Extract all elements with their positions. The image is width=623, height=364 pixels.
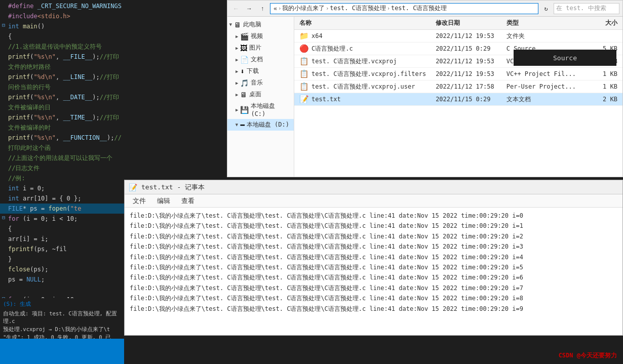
gutter-icon: ⊟ (0, 21, 7, 29)
code-content: //1.这些就是传说中的预定义符号 (7, 42, 124, 52)
tree-item-video[interactable]: ▶ 🎬 视频 (227, 30, 294, 42)
breadcrumb: « › 我的小绿点来了 › test. C语言预处理 › test. C语言预处… (274, 4, 447, 13)
tree-item-downloads[interactable]: ▶ ⬇ 下载 (227, 65, 294, 77)
expand-arrow-icon: ▶ (236, 107, 238, 112)
file-row[interactable]: 📋 test. C语言预处理.vcxproj.filters 2022/11/1… (294, 68, 622, 80)
file-name: test. C语言预处理.vcxproj (312, 57, 397, 66)
tree-label: 本地磁盘 (D:) (247, 120, 289, 129)
tree-item-music[interactable]: ▶ 🎵 音乐 (227, 77, 294, 89)
col-header-name: 名称 (294, 19, 436, 27)
tree-item-computer[interactable]: ▶ 🖥 此电脑 (227, 19, 294, 30)
menu-edit[interactable]: 编辑 (152, 195, 175, 207)
code-line: printf("%s\n", __TIME__);//打印文件被编译的时 (0, 112, 124, 133)
tree-item-drive-c[interactable]: ▶ 💾 本地磁盘 (C:) (227, 100, 294, 119)
csdn-watermark: CSDN @今天还要努力 (559, 351, 617, 360)
code-content: { (7, 31, 124, 42)
notepad-line: file:D:\我的小绿点来了\test. C语言预处理\test. C语言预处… (130, 211, 617, 221)
file-name: test. C语言预处理.vcxproj.filters (312, 70, 426, 78)
file-cell-type: 文本文档 (507, 95, 587, 104)
up-button[interactable]: ↑ (257, 3, 268, 14)
tree-label: 此电脑 (243, 20, 261, 29)
nav-tree: ▶ 🖥 此电脑 ▶ 🎬 视频 ▶ 🖼 图片 ▶ 📄 文档 ▶ ⬇ (227, 17, 294, 177)
code-line: printf("%d\n", __LINE__);//打印问价当前的行号 (0, 72, 124, 92)
notepad-line: file:D:\我的小绿点来了\test. C语言预处理\test. C语言预处… (130, 221, 617, 231)
file-cell-type: 文件夹 (507, 32, 587, 41)
tree-item-drive-d[interactable]: ▶ ━ 本地磁盘 (D:) (227, 119, 294, 131)
refresh-button[interactable]: ↻ (540, 3, 552, 14)
address-bar[interactable]: « › 我的小绿点来了 › test. C语言预处理 › test. C语言预处… (270, 3, 538, 14)
code-line: //上面这个的用法就是可以让我写一个 (0, 153, 124, 163)
file-cell-name: 📝 test.txt (294, 95, 436, 104)
output-line: 理.c (3, 317, 121, 326)
file-name: test.txt (312, 96, 341, 103)
file-name: C语言预处理.c (312, 45, 353, 53)
code-content: printf("%s\n", __DATE__);//打印文件被编译的日 (7, 92, 124, 112)
file-row[interactable]: 📋 test. C语言预处理.vcxproj.user 2022/11/12 1… (294, 80, 622, 93)
vcxproj-filters-icon: 📋 (299, 69, 309, 78)
file-cell-size: 1 KB (587, 83, 622, 90)
notepad-line: file:D:\我的小绿点来了\test. C语言预处理\test. C语言预处… (130, 283, 617, 293)
file-row-selected[interactable]: 📝 test.txt 2022/11/15 0:29 文本文档 2 KB (294, 93, 622, 106)
back-button[interactable]: ← (230, 3, 242, 14)
txt-file-icon: 📝 (299, 95, 309, 104)
code-content: for (i = 0; i < 10; (7, 214, 124, 224)
computer-icon: 🖥 (234, 21, 241, 29)
tree-item-desktop[interactable]: ▶ 🖥 桌面 (227, 89, 294, 100)
code-content: } (7, 254, 124, 264)
explorer-toolbar: ← → ↑ « › 我的小绿点来了 › test. C语言预处理 › test.… (227, 1, 622, 17)
tree-item-documents[interactable]: ▶ 📄 文档 (227, 54, 294, 65)
code-content: ps = NULL; (7, 274, 124, 285)
source-label-area: Source (514, 50, 616, 66)
code-line: ⊟ for (i = 0; i < 10; (0, 214, 124, 224)
menu-file[interactable]: 文件 (128, 195, 151, 207)
code-line: int i = 0; (0, 183, 124, 193)
forward-button[interactable]: → (244, 3, 255, 14)
pictures-icon: 🖼 (240, 44, 247, 52)
code-content: fprintf(ps, ~fil (7, 244, 124, 254)
explorer-body: ▶ 🖥 此电脑 ▶ 🎬 视频 ▶ 🖼 图片 ▶ 📄 文档 ▶ ⬇ (227, 17, 622, 177)
code-line: ⊟ int main() (0, 21, 124, 31)
notepad-titlebar: 📝 test.txt - 记事本 (125, 180, 622, 194)
notepad-line: file:D:\我的小绿点来了\test. C语言预处理\test. C语言预处… (130, 252, 617, 262)
notepad-line: file:D:\我的小绿点来了\test. C语言预处理\test. C语言预处… (130, 272, 617, 282)
folder-icon: 📁 (299, 31, 309, 41)
notepad-line: file:D:\我的小绿点来了\test. C语言预处理\test. C语言预处… (130, 262, 617, 272)
file-explorer[interactable]: ← → ↑ « › 我的小绿点来了 › test. C语言预处理 › test.… (227, 0, 623, 177)
col-header-type: 类型 (507, 19, 587, 27)
code-content: FILE* ps = fopen("te (7, 204, 124, 214)
tree-item-pictures[interactable]: ▶ 🖼 图片 (227, 42, 294, 54)
file-cell-date: 2022/11/12 19:53 (436, 32, 507, 39)
expand-arrow-icon: ▶ (236, 34, 238, 39)
code-line: { (0, 224, 124, 234)
file-cell-type: VC++ Project Fil... (507, 70, 587, 77)
file-list[interactable]: 名称 修改日期 类型 大小 📁 x64 2022/11/12 19:53 文件夹… (294, 17, 622, 177)
code-content: int i = 0; (7, 183, 124, 193)
output-line: 预处理.vcxproj → D:\我的小绿点来了\t (3, 326, 121, 334)
code-content: arr[i] = i; (7, 234, 124, 244)
code-line: #define _CRT_SECURE_NO_WARNINGS (0, 1, 124, 11)
file-cell-type: Per-User Project... (507, 83, 587, 90)
breadcrumb-part: test. C语言预处理 (391, 4, 447, 13)
code-content: printf("%s\n", __FUNCTION__);//打印此时这个函 (7, 133, 124, 153)
file-name: x64 (312, 32, 323, 39)
search-box[interactable]: 在 test. 中搜索 (554, 3, 619, 14)
code-content: //日志文件 (7, 163, 124, 173)
code-content: int main() (7, 21, 124, 31)
output-panel: (S): 生成 自动生成: 项目: test. C语言预处理, 配置 理.c 预… (0, 298, 124, 339)
file-cell-name: 📋 test. C语言预处理.vcxproj.filters (294, 69, 436, 78)
expand-arrow-icon: ▶ (236, 92, 238, 97)
file-row[interactable]: 📁 x64 2022/11/12 19:53 文件夹 (294, 30, 622, 43)
file-cell-name: 📋 test. C语言预处理.vcxproj (294, 57, 436, 66)
notepad-window[interactable]: 📝 test.txt - 记事本 文件 编辑 查看 file:D:\我的小绿点来… (124, 180, 623, 336)
tree-label: 桌面 (249, 90, 261, 99)
menu-view[interactable]: 查看 (176, 195, 200, 207)
notepad-line: file:D:\我的小绿点来了\test. C语言预处理\test. C语言预处… (130, 293, 617, 303)
expand-arrow-icon: ▶ (236, 57, 238, 62)
notepad-line: file:D:\我的小绿点来了\test. C语言预处理\test. C语言预处… (130, 241, 617, 252)
tree-label: 文档 (251, 55, 263, 64)
code-line: printf("%s\n", __FUNCTION__);//打印此时这个函 (0, 133, 124, 153)
expand-arrow-icon: ▶ (236, 80, 238, 86)
vcxproj-user-icon: 📋 (299, 82, 309, 91)
file-cell-date: 2022/11/12 17:58 (436, 83, 507, 90)
video-icon: 🎬 (240, 32, 249, 41)
